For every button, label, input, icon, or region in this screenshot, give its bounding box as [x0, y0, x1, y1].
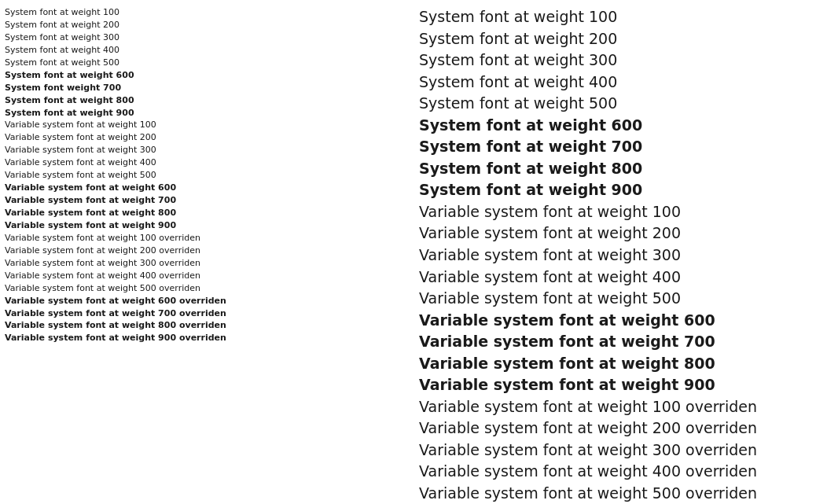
font-weight-line: Variable system font at weight 200	[419, 223, 833, 245]
font-weight-line: Variable system font at weight 100	[5, 119, 419, 131]
font-weight-line: Variable system font at weight 800	[5, 207, 419, 219]
font-weight-line: Variable system font at weight 400 overr…	[419, 461, 833, 483]
font-weight-line: Variable system font at weight 200 overr…	[419, 418, 833, 440]
font-weight-line: System font at weight 400	[5, 44, 419, 57]
left-column: System font at weight 100System font at …	[5, 6, 419, 504]
font-weight-line: Variable system font at weight 100	[419, 201, 833, 223]
font-weight-line: System font at weight 300	[5, 31, 419, 44]
font-weight-line: Variable system font at weight 300 overr…	[5, 257, 419, 270]
font-weight-line: Variable system font at weight 900	[5, 219, 419, 232]
font-weight-line: System font weight 700	[5, 82, 419, 94]
font-weight-line: System font at weight 100	[5, 6, 419, 19]
font-weight-line: Variable system font at weight 500	[419, 288, 833, 310]
font-weight-line: Variable system font at weight 300 overr…	[419, 440, 833, 462]
font-weight-line: System font at weight 200	[419, 28, 833, 50]
font-weight-line: System font at weight 800	[419, 158, 833, 180]
font-weight-line: Variable system font at weight 600	[5, 182, 419, 194]
font-weight-line: Variable system font at weight 400 overr…	[5, 270, 419, 282]
font-weight-line: Variable system font at weight 900 overr…	[5, 332, 419, 344]
font-weight-line: System font at weight 500	[5, 57, 419, 69]
font-weight-line: Variable system font at weight 700	[5, 194, 419, 207]
font-weight-line: Variable system font at weight 300	[5, 144, 419, 156]
font-weight-line: System font at weight 500	[419, 93, 833, 115]
font-weight-line: Variable system font at weight 200	[5, 131, 419, 144]
right-column: System font at weight 100System font at …	[419, 6, 833, 504]
font-weight-line: System font at weight 900	[419, 179, 833, 201]
font-weight-line: Variable system font at weight 800 overr…	[5, 319, 419, 332]
font-weight-line: System font at weight 400	[419, 72, 833, 94]
font-weight-line: System font at weight 900	[5, 107, 419, 120]
font-weight-line: System font at weight 600	[5, 69, 419, 82]
font-weight-line: Variable system font at weight 600	[419, 310, 833, 332]
font-weight-line: System font at weight 800	[5, 94, 419, 107]
font-weight-line: Variable system font at weight 500 overr…	[5, 282, 419, 295]
font-weight-line: Variable system font at weight 900	[419, 374, 833, 396]
font-weight-line: Variable system font at weight 500 overr…	[419, 483, 833, 504]
font-weight-line: Variable system font at weight 100 overr…	[419, 396, 833, 418]
font-weight-line: Variable system font at weight 600 overr…	[5, 295, 419, 307]
font-weight-line: Variable system font at weight 500	[5, 169, 419, 182]
font-weight-line: Variable system font at weight 400	[419, 267, 833, 289]
font-weight-line: Variable system font at weight 300	[419, 245, 833, 267]
font-weight-line: Variable system font at weight 800	[419, 353, 833, 375]
font-weight-line: Variable system font at weight 700	[419, 331, 833, 353]
font-weight-line: Variable system font at weight 100 overr…	[5, 232, 419, 245]
font-weight-line: Variable system font at weight 400	[5, 156, 419, 169]
font-weight-line: System font at weight 200	[5, 19, 419, 31]
font-weight-line: System font at weight 300	[419, 50, 833, 72]
font-weight-line: Variable system font at weight 200 overr…	[5, 245, 419, 257]
font-weight-line: Variable system font at weight 700 overr…	[5, 307, 419, 320]
font-weight-line: System font at weight 700	[419, 136, 833, 158]
font-weight-line: System font at weight 600	[419, 115, 833, 137]
font-weight-line: System font at weight 100	[419, 6, 833, 28]
